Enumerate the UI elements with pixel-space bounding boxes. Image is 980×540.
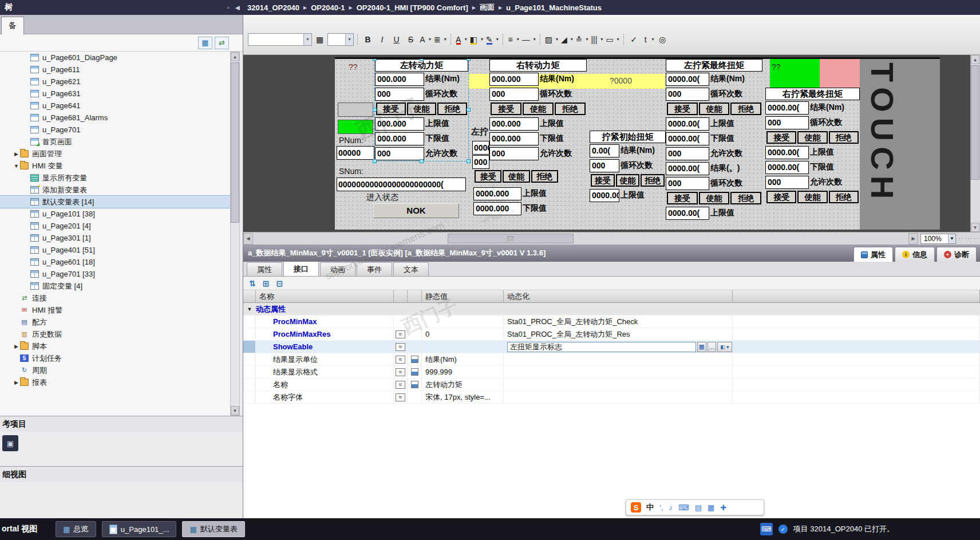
tree-item[interactable]: ▥历史数据 [0, 328, 230, 340]
tree-item[interactable]: 5计划任务 [0, 352, 230, 364]
dynamization-icon[interactable]: ≈ [396, 368, 405, 376]
hmi-panel-left-torque[interactable]: 左转动力矩000.000结果(Nm)000循环次数接受使能拒绝000.000上限… [375, 59, 468, 161]
hmi-button[interactable]: 拒绝 [829, 191, 859, 203]
properties-tab[interactable]: 接口 [283, 261, 319, 276]
hmi-io-field[interactable]: 0000.00( [765, 146, 809, 159]
tree-item[interactable]: u_Page631 [0, 88, 230, 100]
hmi-io-field[interactable]: 000.000 [489, 73, 539, 86]
property-row[interactable]: 结果显示单位≈结果(Nm) [243, 353, 980, 366]
hmi-button[interactable]: 使能 [797, 191, 827, 203]
tag-table-button[interactable]: ▦ [697, 342, 706, 352]
apps-grid-icon[interactable]: ▦ [708, 503, 714, 512]
hmi-button[interactable]: 拒绝 [555, 103, 586, 115]
covered-field-2[interactable]: 000 [472, 155, 489, 169]
hmi-io-field[interactable]: 0000.00( [666, 207, 709, 220]
hmi-io-field[interactable]: 0000.00( [666, 162, 709, 175]
float-pane-icon[interactable]: ▫ [227, 4, 230, 11]
tree-item[interactable]: 默认变量表 [14] [0, 196, 230, 208]
breadcrumb-item[interactable]: 32014_OP2040 [247, 3, 299, 12]
properties-tab[interactable]: 属性 [247, 262, 282, 276]
tree-item[interactable]: ▤配方 [0, 316, 230, 328]
hmi-io-field[interactable]: 000 [375, 88, 424, 101]
dynamization-dropdown-button[interactable]: ◧▾ [717, 342, 732, 352]
property-row[interactable]: ShowEable≈左扭矩显示标志▦…◧▾ [243, 341, 980, 353]
format-icon[interactable] [411, 368, 418, 376]
hmi-io-field[interactable]: 0000.00( [666, 117, 709, 131]
chevron-expanded-icon[interactable]: ▼ [13, 163, 20, 169]
hmi-button[interactable]: 使能 [407, 103, 437, 115]
hmi-button[interactable]: 拒绝 [730, 192, 761, 204]
tree-item[interactable]: ↻周期 [0, 364, 230, 376]
pnum-field[interactable]: 00000 [337, 146, 374, 160]
font-color-button[interactable]: A▾ [455, 33, 468, 46]
object-align-button[interactable]: ≛▾ [575, 33, 589, 46]
tree-item[interactable]: u_Page621 [0, 76, 230, 88]
hmi-io-field[interactable]: 0000.000 [473, 202, 521, 215]
background-color-button[interactable]: ◧▾ [469, 33, 484, 46]
tree-item[interactable]: 固定变量 [4] [0, 280, 230, 292]
taskbar-button[interactable]: ▦总览 [56, 521, 96, 537]
border-color-button[interactable]: ✎▾ [485, 33, 499, 46]
hmi-button[interactable]: 拒绝 [531, 170, 558, 183]
italic-button[interactable]: I [376, 33, 389, 46]
taskbar-button[interactable]: ▦默认变量表 [182, 521, 244, 537]
tree-item[interactable]: u_Page401 [51] [0, 244, 230, 256]
hmi-io-field[interactable]: 000 [375, 147, 424, 160]
properties-tab[interactable]: 文本 [393, 262, 429, 276]
hmi-io-field[interactable]: 000 [765, 116, 809, 129]
font-size-combo[interactable]: ▾ [327, 33, 354, 46]
taskbar-button[interactable]: ▢u_Page101_... [102, 521, 177, 537]
tree-item[interactable]: ▶报表 [0, 376, 230, 388]
properties-tab[interactable]: 事件 [357, 262, 392, 276]
tree-item[interactable]: 添加新变量表 [0, 184, 230, 196]
hmi-screen[interactable]: TOUCH???0000??PNum:00000SNum:00000000000… [335, 57, 940, 230]
hmi-button[interactable]: 使能 [616, 174, 640, 187]
property-row[interactable]: 名称≈左转动力矩 [243, 379, 980, 391]
mic-icon[interactable]: ♪ [669, 503, 673, 512]
font-case-button[interactable]: A▾ [418, 33, 432, 46]
breadcrumb-item[interactable]: 画面 [480, 2, 495, 13]
selection-handle[interactable] [420, 57, 424, 61]
fill-pattern-button[interactable]: ▨▾ [544, 33, 559, 46]
scroll-down-icon[interactable]: ▼ [231, 406, 239, 415]
hmi-io-field[interactable]: 0000.00( [666, 132, 709, 145]
hmi-button[interactable]: 接受 [667, 192, 698, 204]
format-icon[interactable] [411, 356, 418, 363]
breadcrumb-item[interactable]: OP2040-1 [311, 3, 345, 12]
hmi-button[interactable]: 接受 [766, 131, 796, 144]
hmi-button[interactable]: 接受 [376, 103, 406, 115]
screen-editor-canvas[interactable]: TOUCH???0000??PNum:00000SNum:00000000000… [243, 55, 980, 232]
tab-devices[interactable]: 备 [1, 17, 24, 34]
hmi-button[interactable]: 接受 [491, 103, 521, 115]
chevron-expanded-icon[interactable]: ▼ [243, 306, 256, 312]
scroll-up-icon[interactable]: ▲ [231, 52, 239, 61]
punctuation-icon[interactable]: ’, [659, 503, 663, 512]
sort-ascending-button[interactable]: ⇅ [249, 279, 256, 288]
line-style-button[interactable]: ≡▾ [507, 33, 520, 46]
hmi-io-field[interactable]: 0000.000 [473, 187, 521, 200]
selection-handle[interactable] [467, 57, 471, 61]
hmi-io-field[interactable]: 000.000 [489, 117, 539, 131]
portal-view-button[interactable]: ortal 视图 [0, 524, 37, 534]
format-icon[interactable] [411, 381, 418, 388]
collapse-all-button[interactable]: ⊟ [276, 279, 283, 288]
distribute-button[interactable]: |||▾ [590, 33, 603, 46]
selection-handle[interactable] [467, 108, 471, 112]
browse-button[interactable]: … [708, 342, 717, 352]
hmi-button[interactable]: 拒绝 [641, 174, 665, 187]
hmi-panel-right-final-torque[interactable]: 右拧紧最终扭矩0000.00(结果(Nm)000循环次数接受使能拒绝0000.0… [765, 88, 860, 204]
hmi-button[interactable]: 使能 [797, 131, 827, 144]
dynamization-icon[interactable]: ≈ [396, 343, 405, 351]
tree-item[interactable]: u_Page701 [0, 124, 230, 136]
hmi-button[interactable]: 接受 [667, 103, 698, 115]
status-rect-gray[interactable] [338, 103, 373, 117]
chevron-down-icon[interactable]: ▼ [948, 234, 955, 243]
hmi-io-field[interactable]: 000.000 [375, 132, 424, 145]
hmi-io-field[interactable]: 000 [666, 147, 709, 160]
hmi-button[interactable]: 拒绝 [829, 131, 859, 144]
scroll-left-icon[interactable]: ◀ [243, 233, 253, 245]
hmi-io-field[interactable]: 0000.00( [666, 73, 709, 86]
underline-button[interactable]: U [390, 33, 403, 46]
tree-item[interactable]: 首页画面 [0, 136, 230, 148]
tree-item[interactable]: u_Page201 [4] [0, 220, 230, 232]
